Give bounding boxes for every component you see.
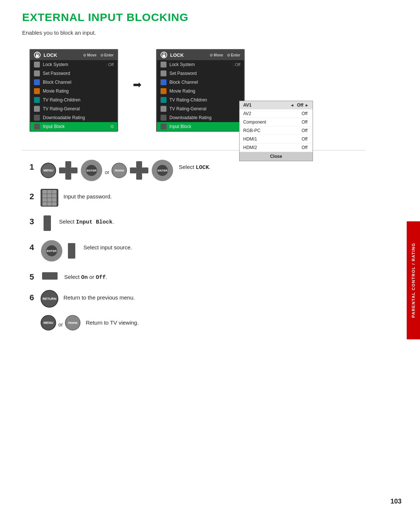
step-2: 2 Input the password. <box>30 189 384 207</box>
sub-popup-row-av1: AV1 ◄ Off ► <box>240 101 313 110</box>
enter-button-4[interactable]: ENTER <box>41 240 63 262</box>
steps-area: 1 MENU ENTER or Home <box>30 159 384 331</box>
sub-popup-row-hdmi2: HDMI2 Off <box>240 143 313 152</box>
main-content: EXTERNAL INPUT BLOCKING Enables you to b… <box>0 0 406 358</box>
lock-menu-left-nav: ⊙ Move ⊙ Enter <box>83 53 114 57</box>
list-item-active: Input Block <box>30 122 117 131</box>
item-icon <box>34 79 40 85</box>
step-number-1: 1 <box>30 163 35 171</box>
step-number-4: 4 <box>30 243 35 252</box>
step-number-3: 3 <box>30 218 35 226</box>
or-text-sub: or <box>58 322 63 328</box>
list-item: TV Rating-General <box>30 104 117 113</box>
step-4-text: Select input source. <box>83 243 132 252</box>
enter-button-1[interactable]: ENTER <box>80 159 103 181</box>
dpad-center <box>65 167 72 174</box>
item-icon <box>161 62 166 68</box>
lock-menu-right-header: LOCK ⊙ Move ⊙ Enter <box>157 50 244 60</box>
item-icon <box>34 124 40 129</box>
lock-menu-left: LOCK ⊙ Move ⊙ Enter Lock System : Off Se… <box>30 49 118 132</box>
section-divider <box>22 150 366 151</box>
step-6-text: Return to the previous menu. <box>63 294 135 302</box>
step-3-text: Select Input Block. <box>59 218 114 227</box>
sidebar-label: PARENTAL CONTROL / RATING <box>411 243 416 318</box>
updown-down[interactable] <box>68 253 75 259</box>
list-item: Set Password <box>157 69 244 78</box>
lock-icon-left <box>34 52 41 58</box>
lock-menu-right-title: LOCK <box>170 52 184 58</box>
sub-popup: AV1 ◄ Off ► AV2 Off Component Off RGB-PC… <box>239 101 313 161</box>
sidebar-tab: PARENTAL CONTROL / RATING <box>407 221 420 339</box>
list-item: Lock System : Off <box>30 60 117 69</box>
menu-button[interactable]: MENU <box>41 163 56 178</box>
lock-menu-right-items: Lock System : Off Set Password Block Cha… <box>157 60 244 131</box>
list-item: TV Rating-Children <box>30 96 117 104</box>
lock-menu-left-title: LOCK <box>44 52 57 58</box>
nav-enter-left: ⊙ Enter <box>100 53 114 57</box>
step-4: 4 ENTER Select input source. <box>30 240 384 262</box>
item-icon <box>161 88 166 94</box>
lock-menu-left-items: Lock System : Off Set Password Block Cha… <box>30 60 117 131</box>
enter-inner: ENTER <box>46 245 57 256</box>
lock-menu-right-nav: ⊙ Move ⊙ Enter <box>210 53 240 57</box>
step-number-2: 2 <box>30 193 35 201</box>
menu-button-sub[interactable]: MENU <box>41 315 56 331</box>
or-text-1: or <box>105 169 109 175</box>
list-item: Downloadable Rating <box>157 113 244 122</box>
home-button-1[interactable]: Home <box>111 163 127 178</box>
page-title: EXTERNAL INPUT BLOCKING <box>22 11 384 24</box>
svg-rect-1 <box>162 55 165 57</box>
item-icon <box>34 62 40 68</box>
sub-popup-row-hdmi1: HDMI1 Off <box>240 135 313 143</box>
list-item: Set Password <box>30 69 117 78</box>
list-item: TV Rating-General <box>157 104 244 113</box>
enter-button-1b[interactable]: ENTER <box>151 159 173 181</box>
item-icon <box>161 79 166 85</box>
sub-popup-row-av2: AV2 Off <box>240 110 313 118</box>
item-icon <box>34 115 40 121</box>
subtitle: Enables you to block an input. <box>22 30 384 36</box>
sub-popup-row-component: Component Off <box>240 118 313 127</box>
return-button[interactable]: RETURN <box>41 290 58 308</box>
item-icon <box>161 97 166 103</box>
list-item: Lock System : Off <box>157 60 244 69</box>
item-icon <box>161 70 166 76</box>
list-item: TV Rating-Children <box>157 96 244 104</box>
list-item: Block Channel <box>157 78 244 87</box>
sub-popup-close-button[interactable]: Close <box>240 152 313 161</box>
item-icon <box>34 106 40 112</box>
numpad-grid <box>42 190 56 206</box>
step-4-buttons: ENTER <box>41 240 78 262</box>
item-icon <box>161 124 166 129</box>
updown-up[interactable] <box>44 215 51 221</box>
numpad-button[interactable] <box>41 189 58 207</box>
list-item-active: Input Block <box>157 122 244 131</box>
leftright-right[interactable] <box>52 272 58 280</box>
lock-icon-right <box>161 52 167 58</box>
updown-up[interactable] <box>68 243 75 249</box>
step-6: 6 RETURN Return to the previous menu. <box>30 290 384 308</box>
lock-menu-right-wrapper: LOCK ⊙ Move ⊙ Enter Lock System : Off Se… <box>156 49 245 132</box>
step-2-text: Input the password. <box>63 193 112 201</box>
lock-menu-right: LOCK ⊙ Move ⊙ Enter Lock System : Off Se… <box>156 49 245 132</box>
step-5: 5 Select On or Off. <box>30 269 384 283</box>
dpad-right[interactable] <box>142 167 148 173</box>
enter-inner: ENTER <box>86 165 97 176</box>
step-sub-buttons: MENU or Home <box>41 315 80 331</box>
leftright-left[interactable] <box>42 272 48 280</box>
updown-dpad-4 <box>65 242 78 260</box>
updown-dpad-3 <box>41 214 54 232</box>
home-button-sub[interactable]: Home <box>65 315 80 331</box>
lock-menu-left-header: LOCK ⊙ Move ⊙ Enter <box>30 50 117 60</box>
step-1: 1 MENU ENTER or Home <box>30 159 384 181</box>
step-3: 3 Select Input Block. <box>30 214 384 232</box>
step-sub: MENU or Home Return to TV viewing. <box>41 315 384 331</box>
leftright-dpad-5 <box>41 269 59 283</box>
updown-down[interactable] <box>44 225 51 231</box>
step-number-6: 6 <box>30 294 35 302</box>
list-item: Downloadable Rating <box>30 113 117 122</box>
dpad-1b <box>129 160 149 180</box>
sub-popup-row-rgb: RGB-PC Off <box>240 127 313 135</box>
step-5-text: Select On or Off. <box>64 273 107 282</box>
svg-rect-0 <box>36 55 39 57</box>
